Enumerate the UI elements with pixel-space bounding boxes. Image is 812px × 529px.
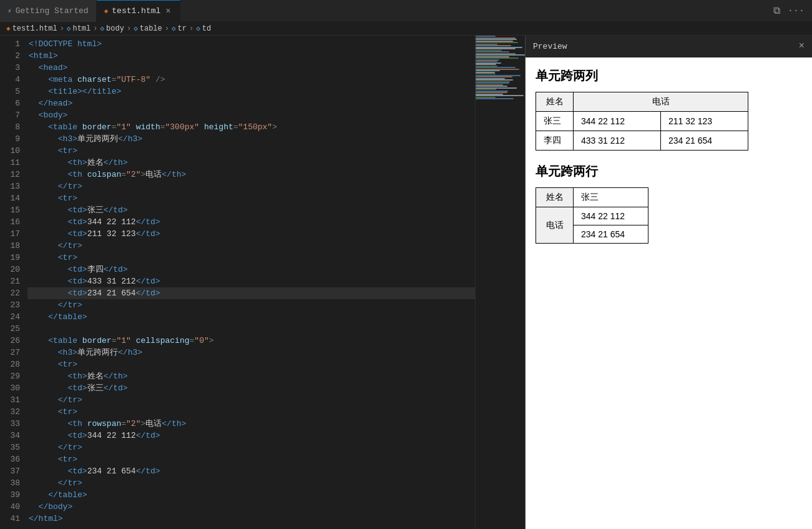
breadcrumb-file[interactable]: ◈ test1.html bbox=[6, 24, 57, 33]
breadcrumb-body[interactable]: ◇ body bbox=[100, 24, 124, 33]
breadcrumb-table[interactable]: ◇ table bbox=[134, 24, 162, 33]
getting-started-icon: ⚡ bbox=[7, 7, 12, 15]
code-line-8[interactable]: <table border="1" width="300px" height="… bbox=[27, 121, 475, 133]
code-line-27[interactable]: <h3>单元跨两行</h3> bbox=[27, 347, 475, 358]
table-cell: 211 32 123 bbox=[661, 112, 748, 131]
code-line-26[interactable]: <table border="1" cellspacing="0"> bbox=[27, 335, 475, 347]
code-line-12[interactable]: <th colspan="2">电话</th> bbox=[27, 169, 475, 180]
code-line-36[interactable]: <tr> bbox=[27, 453, 475, 465]
code-line-19[interactable]: <tr> bbox=[27, 252, 475, 264]
code-line-2[interactable]: <html> bbox=[27, 50, 475, 62]
preview-section1-title: 单元跨两列 bbox=[536, 67, 802, 84]
table-header-phone: 电话 bbox=[574, 92, 748, 112]
tab-bar: ⚡ Getting Started ◈ test1.html × ⧉ ··· bbox=[0, 0, 812, 22]
code-line-41[interactable]: </html> bbox=[27, 513, 475, 525]
preview-table2: 姓名 张三 电话 344 22 112 234 21 654 bbox=[536, 187, 648, 244]
table-cell: 433 31 212 bbox=[574, 131, 661, 151]
table-cell: 344 22 112 bbox=[574, 112, 661, 131]
code-line-13[interactable]: </tr> bbox=[27, 180, 475, 192]
test1-html-label: test1.html bbox=[112, 6, 160, 16]
breadcrumb-file-label: test1.html bbox=[12, 24, 57, 33]
code-line-18[interactable]: </tr> bbox=[27, 240, 475, 252]
preview-title: Preview bbox=[533, 42, 567, 51]
code-content[interactable]: <!DOCTYPE html><html> <head> <meta chars… bbox=[25, 36, 475, 529]
minimap bbox=[475, 36, 525, 529]
code-line-16[interactable]: <td>344 22 112</td> bbox=[27, 216, 475, 228]
code-line-37[interactable]: <td>234 21 654</td> bbox=[27, 465, 475, 477]
editor-area[interactable]: 1234567891011121314151617181920212223242… bbox=[0, 36, 525, 529]
code-line-38[interactable]: </tr> bbox=[27, 477, 475, 489]
breadcrumb: ◈ test1.html › ◇ html › ◇ body › ◇ table… bbox=[0, 22, 812, 36]
code-line-4[interactable]: <meta charset="UTF-8" /> bbox=[27, 74, 475, 86]
table-header-name2: 姓名 bbox=[536, 188, 574, 207]
tab-test1-html[interactable]: ◈ test1.html × bbox=[97, 0, 180, 22]
breadcrumb-html[interactable]: ◇ html bbox=[67, 24, 90, 33]
table-cell: 234 21 654 bbox=[574, 225, 648, 244]
code-line-14[interactable]: <tr> bbox=[27, 192, 475, 204]
code-line-28[interactable]: <tr> bbox=[27, 358, 475, 370]
table-row: 姓名 电话 bbox=[536, 92, 748, 112]
code-line-40[interactable]: </body> bbox=[27, 501, 475, 513]
code-line-33[interactable]: <th rowspan="2">电话</th> bbox=[27, 418, 475, 430]
html-icon: ◇ bbox=[67, 24, 71, 32]
code-line-30[interactable]: <td>张三</td> bbox=[27, 382, 475, 394]
more-actions-button[interactable]: ··· bbox=[785, 3, 807, 19]
code-line-25[interactable] bbox=[27, 323, 475, 335]
table-cell: 张三 bbox=[536, 112, 574, 131]
code-line-35[interactable]: </tr> bbox=[27, 442, 475, 453]
td-icon: ◇ bbox=[196, 24, 200, 32]
table-cell: 344 22 112 bbox=[574, 207, 648, 225]
code-line-7[interactable]: <body> bbox=[27, 109, 475, 121]
getting-started-label: Getting Started bbox=[16, 6, 89, 16]
table-header-phone2: 电话 bbox=[536, 207, 574, 244]
code-line-6[interactable]: </head> bbox=[27, 97, 475, 109]
code-line-17[interactable]: <td>211 32 123</td> bbox=[27, 228, 475, 240]
preview-table1: 姓名 电话 张三 344 22 112 211 32 123 李四 433 31… bbox=[536, 92, 748, 151]
main-area: 1234567891011121314151617181920212223242… bbox=[0, 36, 812, 529]
code-line-11[interactable]: <th>姓名</th> bbox=[27, 157, 475, 169]
code-line-31[interactable]: </tr> bbox=[27, 394, 475, 406]
code-line-39[interactable]: </table> bbox=[27, 489, 475, 501]
tab-actions: ⧉ ··· bbox=[771, 2, 812, 19]
table-cell: 张三 bbox=[574, 188, 648, 207]
table-icon: ◇ bbox=[134, 24, 138, 32]
tab-getting-started[interactable]: ⚡ Getting Started bbox=[0, 0, 97, 22]
code-line-10[interactable]: <tr> bbox=[27, 145, 475, 157]
file-icon: ◈ bbox=[6, 24, 11, 32]
code-line-5[interactable]: <title></title> bbox=[27, 86, 475, 97]
table-row: 姓名 张三 bbox=[536, 188, 648, 207]
table-cell: 234 21 654 bbox=[661, 131, 748, 151]
code-line-24[interactable]: </table> bbox=[27, 311, 475, 323]
code-line-1[interactable]: <!DOCTYPE html> bbox=[27, 38, 475, 50]
split-editor-button[interactable]: ⧉ bbox=[771, 2, 783, 19]
code-line-3[interactable]: <head> bbox=[27, 62, 475, 74]
breadcrumb-td[interactable]: ◇ td bbox=[196, 24, 211, 33]
table-row: 李四 433 31 212 234 21 654 bbox=[536, 131, 748, 151]
preview-body: 单元跨两列 姓名 电话 张三 344 22 112 211 32 123 李四 … bbox=[526, 57, 812, 529]
line-numbers: 1234567891011121314151617181920212223242… bbox=[0, 36, 25, 529]
code-line-22[interactable]: <td>234 21 654</td> bbox=[27, 287, 475, 299]
code-line-20[interactable]: <td>李四</td> bbox=[27, 264, 475, 275]
code-line-15[interactable]: <td>张三</td> bbox=[27, 204, 475, 216]
preview-header: Preview × bbox=[526, 36, 812, 57]
body-icon: ◇ bbox=[100, 24, 104, 32]
code-line-34[interactable]: <td>344 22 112</td> bbox=[27, 430, 475, 442]
code-line-29[interactable]: <th>姓名</th> bbox=[27, 370, 475, 382]
preview-section2-title: 单元跨两行 bbox=[536, 163, 802, 180]
table-cell: 李四 bbox=[536, 131, 574, 151]
table-row: 张三 344 22 112 211 32 123 bbox=[536, 112, 748, 131]
tr-icon: ◇ bbox=[172, 24, 176, 32]
code-line-9[interactable]: <h3>单元跨两列</h3> bbox=[27, 133, 475, 145]
html-file-icon: ◈ bbox=[104, 7, 109, 15]
close-tab-button[interactable]: × bbox=[164, 6, 172, 16]
table-header-name: 姓名 bbox=[536, 92, 574, 112]
code-line-23[interactable]: </tr> bbox=[27, 299, 475, 311]
breadcrumb-tr[interactable]: ◇ tr bbox=[172, 24, 187, 33]
preview-close-button[interactable]: × bbox=[798, 41, 805, 52]
code-line-21[interactable]: <td>433 31 212</td> bbox=[27, 275, 475, 287]
code-line-32[interactable]: <tr> bbox=[27, 406, 475, 418]
table-row: 电话 344 22 112 bbox=[536, 207, 648, 225]
preview-panel: Preview × 单元跨两列 姓名 电话 张三 344 22 112 211 … bbox=[525, 36, 812, 529]
